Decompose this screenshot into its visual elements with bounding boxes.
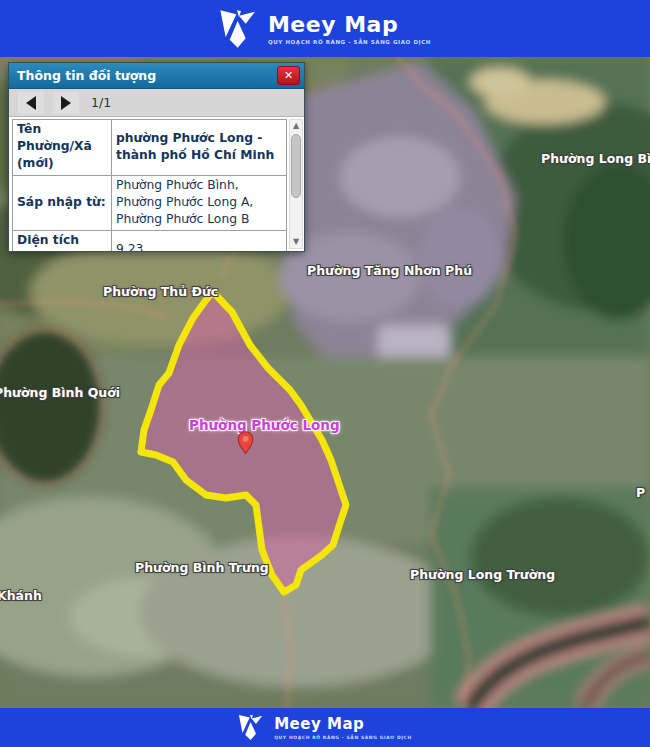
row-value: phường Phước Long - thành phố Hồ Chí Min… bbox=[112, 120, 287, 176]
header-bar: Meey Map QUY HOẠCH RÕ RÀNG - SẴN SÀNG GI… bbox=[0, 0, 650, 57]
scrollbar-thumb[interactable] bbox=[291, 134, 301, 198]
popup-pager-bar: 1/1 bbox=[9, 89, 304, 117]
prev-button[interactable] bbox=[18, 92, 44, 114]
ward-label-khanh: Khánh bbox=[0, 588, 42, 603]
arrow-left-icon bbox=[26, 96, 36, 110]
brand-name: Meey Map bbox=[268, 12, 431, 37]
ward-label-edge-right: P bbox=[636, 485, 645, 500]
table-row: Tên Phường/Xã (mới) phường Phước Long - … bbox=[13, 120, 287, 176]
row-label: Tên Phường/Xã (mới) bbox=[13, 120, 112, 176]
attribute-table: Tên Phường/Xã (mới) phường Phước Long - … bbox=[12, 119, 287, 251]
row-label: Diện tích (km²) bbox=[13, 231, 112, 251]
meeymap-logo: Meey Map QUY HOẠCH RÕ RÀNG - SẴN SÀNG GI… bbox=[219, 8, 431, 50]
row-label: Sáp nhập từ: bbox=[13, 175, 112, 231]
brand-tagline: QUY HOẠCH RÕ RÀNG - SẴN SÀNG GIAO DỊCH bbox=[274, 735, 412, 740]
map-canvas[interactable]: Phường Thủ Đức Phường Tăng Nhơn Phú Phườ… bbox=[0, 57, 650, 708]
map-pin[interactable] bbox=[237, 431, 254, 454]
brand-tagline: QUY HOẠCH RÕ RÀNG - SẴN SÀNG GIAO DỊCH bbox=[268, 39, 431, 45]
ward-label-binh-quoi: Phường Bình Quới bbox=[0, 385, 120, 400]
next-button[interactable] bbox=[53, 92, 79, 114]
table-row: Sáp nhập từ: Phường Phước Bình, Phường P… bbox=[13, 175, 287, 231]
meeymap-logo-icon bbox=[219, 8, 259, 50]
ward-label-long-truong: Phường Long Trường bbox=[410, 567, 555, 582]
meeymap-logo-footer: Meey Map QUY HOẠCH RÕ RÀNG - SẴN SÀNG GI… bbox=[238, 713, 412, 742]
scroll-up-icon[interactable]: ▲ bbox=[290, 120, 302, 132]
brand-name: Meey Map bbox=[274, 715, 412, 733]
info-popup: Thông tin đối tượng ✕ 1/1 Tên Phường/Xã … bbox=[8, 62, 305, 252]
ward-label-binh-trung: Phường Bình Trưng bbox=[135, 560, 269, 575]
popup-titlebar[interactable]: Thông tin đối tượng ✕ bbox=[9, 63, 304, 89]
row-value: Phường Phước Bình, Phường Phước Long A, … bbox=[112, 175, 287, 231]
popup-scrollbar[interactable]: ▲ ▼ bbox=[289, 119, 303, 249]
table-row: Diện tích (km²) 9,23 bbox=[13, 231, 287, 251]
scroll-down-icon[interactable]: ▼ bbox=[290, 236, 302, 248]
arrow-right-icon bbox=[61, 96, 71, 110]
popup-content: Tên Phường/Xã (mới) phường Phước Long - … bbox=[9, 117, 304, 251]
ward-label-thu-duc: Phường Thủ Đức bbox=[103, 284, 218, 299]
footer-bar: Meey Map QUY HOẠCH RÕ RÀNG - SẴN SÀNG GI… bbox=[0, 708, 650, 747]
ward-label-tang-nhon-phu: Phường Tăng Nhơn Phú bbox=[307, 263, 472, 278]
page-indicator: 1/1 bbox=[91, 95, 111, 110]
ward-label-long-binh: Phường Long Bình bbox=[541, 151, 650, 166]
meeymap-logo-icon bbox=[238, 713, 265, 742]
popup-title-text: Thông tin đối tượng bbox=[17, 68, 156, 83]
ward-label-phuoc-long: Phường Phước Long bbox=[189, 417, 340, 433]
close-button[interactable]: ✕ bbox=[277, 66, 300, 85]
row-value: 9,23 bbox=[112, 231, 287, 251]
